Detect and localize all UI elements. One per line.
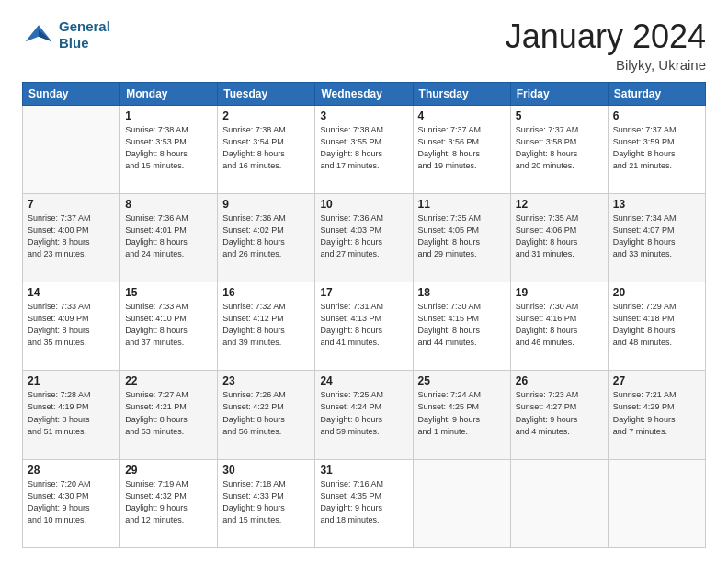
day-info: Sunrise: 7:25 AM Sunset: 4:24 PM Dayligh… — [320, 389, 407, 437]
calendar-day-header: Tuesday — [218, 82, 315, 105]
day-info: Sunrise: 7:38 AM Sunset: 3:53 PM Dayligh… — [125, 124, 212, 172]
day-info: Sunrise: 7:26 AM Sunset: 4:22 PM Dayligh… — [222, 389, 310, 437]
calendar-day-cell: 27Sunrise: 7:21 AM Sunset: 4:29 PM Dayli… — [608, 371, 705, 459]
day-number: 4 — [418, 109, 506, 122]
day-number: 21 — [28, 374, 115, 387]
calendar-day-cell: 14Sunrise: 7:33 AM Sunset: 4:09 PM Dayli… — [23, 282, 120, 371]
day-number: 19 — [516, 286, 603, 299]
day-number: 18 — [418, 286, 506, 299]
calendar-week-row: 21Sunrise: 7:28 AM Sunset: 4:19 PM Dayli… — [23, 371, 706, 459]
day-number: 24 — [320, 374, 407, 387]
calendar-day-cell — [23, 105, 120, 193]
calendar-day-header: Friday — [510, 82, 608, 105]
day-info: Sunrise: 7:35 AM Sunset: 4:06 PM Dayligh… — [516, 213, 603, 260]
day-info: Sunrise: 7:37 AM Sunset: 3:58 PM Dayligh… — [516, 124, 603, 172]
day-info: Sunrise: 7:28 AM Sunset: 4:19 PM Dayligh… — [28, 389, 115, 437]
day-info: Sunrise: 7:36 AM Sunset: 4:02 PM Dayligh… — [222, 213, 310, 260]
day-info: Sunrise: 7:16 AM Sunset: 4:35 PM Dayligh… — [320, 478, 407, 526]
calendar-day-cell: 15Sunrise: 7:33 AM Sunset: 4:10 PM Dayli… — [120, 282, 218, 371]
logo-icon — [22, 18, 55, 52]
day-info: Sunrise: 7:27 AM Sunset: 4:21 PM Dayligh… — [125, 389, 212, 437]
calendar-header-row: SundayMondayTuesdayWednesdayThursdayFrid… — [23, 82, 706, 105]
day-number: 29 — [125, 464, 212, 477]
calendar-table: SundayMondayTuesdayWednesdayThursdayFrid… — [22, 82, 706, 548]
calendar-week-row: 1Sunrise: 7:38 AM Sunset: 3:53 PM Daylig… — [23, 105, 706, 193]
calendar-day-cell: 26Sunrise: 7:23 AM Sunset: 4:27 PM Dayli… — [510, 371, 608, 459]
calendar-day-header: Sunday — [23, 82, 120, 105]
day-info: Sunrise: 7:20 AM Sunset: 4:30 PM Dayligh… — [28, 478, 115, 526]
calendar-day-cell: 30Sunrise: 7:18 AM Sunset: 4:33 PM Dayli… — [218, 459, 315, 547]
day-info: Sunrise: 7:38 AM Sunset: 3:55 PM Dayligh… — [320, 124, 407, 172]
calendar-day-header: Monday — [120, 82, 218, 105]
day-number: 5 — [516, 109, 603, 122]
calendar-day-cell: 11Sunrise: 7:35 AM Sunset: 4:05 PM Dayli… — [413, 193, 510, 282]
calendar-day-cell: 31Sunrise: 7:16 AM Sunset: 4:35 PM Dayli… — [315, 459, 413, 547]
day-number: 8 — [125, 198, 212, 211]
day-number: 6 — [613, 109, 700, 122]
day-number: 28 — [28, 464, 115, 477]
day-number: 9 — [222, 198, 310, 211]
calendar-day-cell: 8Sunrise: 7:36 AM Sunset: 4:01 PM Daylig… — [120, 193, 218, 282]
day-number: 15 — [125, 286, 212, 299]
day-info: Sunrise: 7:30 AM Sunset: 4:16 PM Dayligh… — [516, 301, 603, 349]
calendar-week-row: 7Sunrise: 7:37 AM Sunset: 4:00 PM Daylig… — [23, 193, 706, 282]
day-number: 14 — [28, 286, 115, 299]
day-number: 25 — [418, 374, 506, 387]
calendar-day-cell — [510, 459, 608, 547]
day-number: 20 — [613, 286, 700, 299]
day-info: Sunrise: 7:23 AM Sunset: 4:27 PM Dayligh… — [516, 389, 603, 437]
day-info: Sunrise: 7:37 AM Sunset: 3:59 PM Dayligh… — [613, 124, 700, 172]
calendar-day-cell: 19Sunrise: 7:30 AM Sunset: 4:16 PM Dayli… — [510, 282, 608, 371]
day-number: 26 — [516, 374, 603, 387]
day-number: 17 — [320, 286, 407, 299]
day-number: 7 — [28, 198, 115, 211]
calendar-day-cell: 13Sunrise: 7:34 AM Sunset: 4:07 PM Dayli… — [608, 193, 705, 282]
calendar-day-cell: 9Sunrise: 7:36 AM Sunset: 4:02 PM Daylig… — [218, 193, 315, 282]
calendar-day-cell: 20Sunrise: 7:29 AM Sunset: 4:18 PM Dayli… — [608, 282, 705, 371]
day-number: 16 — [222, 286, 310, 299]
calendar-day-header: Wednesday — [315, 82, 413, 105]
day-info: Sunrise: 7:21 AM Sunset: 4:29 PM Dayligh… — [613, 389, 700, 437]
calendar-day-cell: 7Sunrise: 7:37 AM Sunset: 4:00 PM Daylig… — [23, 193, 120, 282]
day-number: 23 — [222, 374, 310, 387]
location-subtitle: Bilyky, Ukraine — [506, 57, 706, 73]
calendar-day-header: Saturday — [608, 82, 705, 105]
calendar-week-row: 14Sunrise: 7:33 AM Sunset: 4:09 PM Dayli… — [23, 282, 706, 371]
day-number: 22 — [125, 374, 212, 387]
day-number: 3 — [320, 109, 407, 122]
day-number: 10 — [320, 198, 407, 211]
day-number: 2 — [222, 109, 310, 122]
calendar-day-cell: 10Sunrise: 7:36 AM Sunset: 4:03 PM Dayli… — [315, 193, 413, 282]
calendar-day-cell: 25Sunrise: 7:24 AM Sunset: 4:25 PM Dayli… — [413, 371, 510, 459]
day-info: Sunrise: 7:38 AM Sunset: 3:54 PM Dayligh… — [222, 124, 310, 172]
day-info: Sunrise: 7:36 AM Sunset: 4:01 PM Dayligh… — [125, 213, 212, 260]
calendar-day-cell: 12Sunrise: 7:35 AM Sunset: 4:06 PM Dayli… — [510, 193, 608, 282]
day-info: Sunrise: 7:31 AM Sunset: 4:13 PM Dayligh… — [320, 301, 407, 349]
day-info: Sunrise: 7:29 AM Sunset: 4:18 PM Dayligh… — [613, 301, 700, 349]
calendar-day-header: Thursday — [413, 82, 510, 105]
calendar-day-cell: 28Sunrise: 7:20 AM Sunset: 4:30 PM Dayli… — [23, 459, 120, 547]
calendar-day-cell: 2Sunrise: 7:38 AM Sunset: 3:54 PM Daylig… — [218, 105, 315, 193]
page: General Blue January 2024 Bilyky, Ukrain… — [0, 0, 728, 563]
title-block: January 2024 Bilyky, Ukraine — [506, 18, 706, 73]
calendar-day-cell: 17Sunrise: 7:31 AM Sunset: 4:13 PM Dayli… — [315, 282, 413, 371]
day-number: 13 — [613, 198, 700, 211]
month-title: January 2024 — [506, 18, 706, 55]
day-info: Sunrise: 7:37 AM Sunset: 4:00 PM Dayligh… — [28, 213, 115, 260]
day-number: 27 — [613, 374, 700, 387]
day-info: Sunrise: 7:18 AM Sunset: 4:33 PM Dayligh… — [222, 478, 310, 526]
calendar-day-cell: 3Sunrise: 7:38 AM Sunset: 3:55 PM Daylig… — [315, 105, 413, 193]
calendar-day-cell: 1Sunrise: 7:38 AM Sunset: 3:53 PM Daylig… — [120, 105, 218, 193]
day-info: Sunrise: 7:19 AM Sunset: 4:32 PM Dayligh… — [125, 478, 212, 526]
day-number: 1 — [125, 109, 212, 122]
calendar-day-cell: 21Sunrise: 7:28 AM Sunset: 4:19 PM Dayli… — [23, 371, 120, 459]
calendar-day-cell: 5Sunrise: 7:37 AM Sunset: 3:58 PM Daylig… — [510, 105, 608, 193]
day-info: Sunrise: 7:32 AM Sunset: 4:12 PM Dayligh… — [222, 301, 310, 349]
header: General Blue January 2024 Bilyky, Ukrain… — [22, 18, 706, 73]
calendar-day-cell — [608, 459, 705, 547]
day-info: Sunrise: 7:35 AM Sunset: 4:05 PM Dayligh… — [418, 213, 506, 260]
day-info: Sunrise: 7:33 AM Sunset: 4:09 PM Dayligh… — [28, 301, 115, 349]
day-number: 12 — [516, 198, 603, 211]
calendar-day-cell: 16Sunrise: 7:32 AM Sunset: 4:12 PM Dayli… — [218, 282, 315, 371]
day-info: Sunrise: 7:30 AM Sunset: 4:15 PM Dayligh… — [418, 301, 506, 349]
